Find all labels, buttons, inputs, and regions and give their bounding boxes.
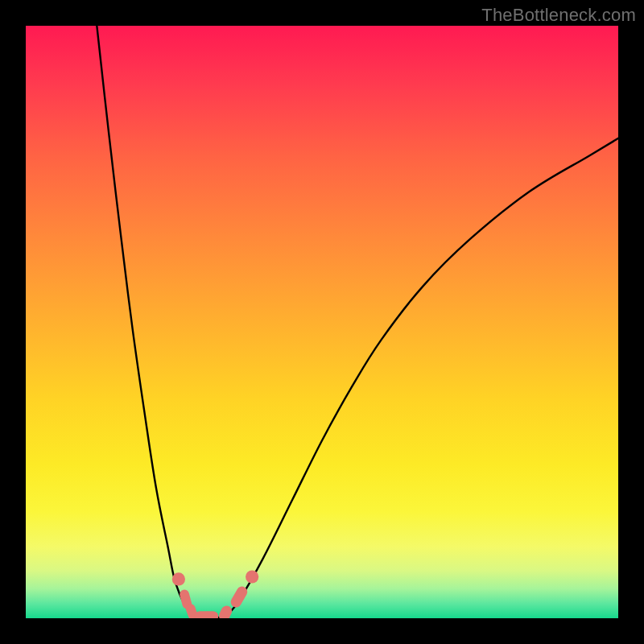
curve-path bbox=[97, 26, 618, 617]
marker-dot bbox=[246, 570, 258, 583]
bottleneck-curve bbox=[97, 26, 618, 617]
marker-capsule bbox=[217, 604, 233, 618]
marker-group bbox=[172, 570, 258, 618]
plot-area bbox=[26, 26, 618, 618]
chart-frame: TheBottleneck.com bbox=[0, 0, 644, 644]
marker-capsule bbox=[195, 611, 218, 618]
watermark-label: TheBottleneck.com bbox=[481, 5, 636, 26]
chart-svg bbox=[26, 26, 618, 618]
marker-dot bbox=[172, 572, 185, 585]
